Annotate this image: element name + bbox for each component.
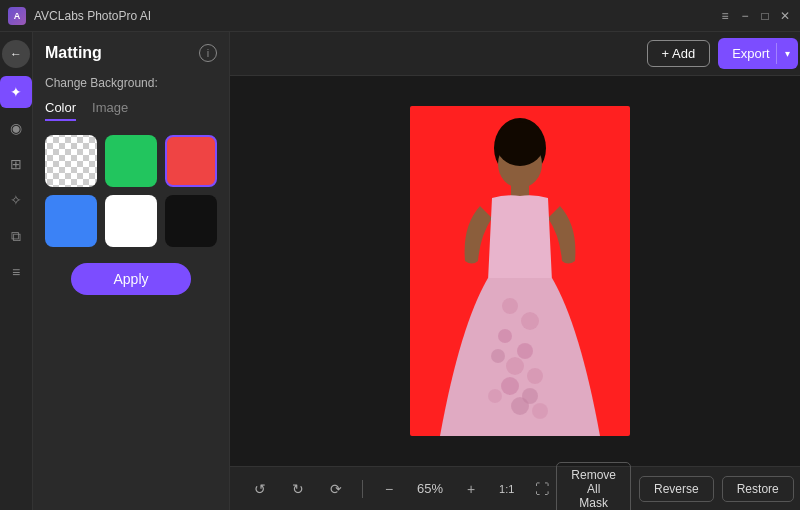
titlebar-title: AVCLabs PhotoPro AI: [34, 9, 151, 23]
tab-color[interactable]: Color: [45, 100, 76, 121]
color-swatch-blue[interactable]: [45, 195, 97, 247]
titlebar: A AVCLabs PhotoPro AI ≡ − □ ✕: [0, 0, 800, 32]
sidebar-item-layers[interactable]: ⧉: [0, 220, 32, 252]
sidebar-item-ai-tools[interactable]: ✦: [0, 76, 32, 108]
svg-point-2: [496, 122, 544, 166]
sidebar-item-wand[interactable]: ✧: [0, 184, 32, 216]
svg-point-16: [532, 403, 548, 419]
color-swatch-black[interactable]: [165, 195, 217, 247]
svg-point-6: [521, 312, 539, 330]
undo-button[interactable]: ↺: [246, 475, 274, 503]
color-swatch-white[interactable]: [105, 195, 157, 247]
svg-point-7: [498, 329, 512, 343]
export-dropdown-arrow[interactable]: ▾: [776, 43, 798, 64]
zoom-out-button[interactable]: −: [375, 475, 403, 503]
icon-sidebar: ← ✦ ◉ ⊞ ✧ ⧉ ≡: [0, 32, 33, 510]
sidebar-item-sliders[interactable]: ≡: [0, 256, 32, 288]
side-panel: Matting i Change Background: Color Image…: [33, 32, 230, 510]
top-header: + Add Export ▾: [230, 32, 800, 76]
minimize-btn[interactable]: −: [738, 9, 752, 23]
zoom-in-button[interactable]: +: [457, 475, 485, 503]
export-button[interactable]: Export ▾: [718, 38, 798, 69]
svg-point-5: [502, 298, 518, 314]
panel-title: Matting: [45, 44, 102, 62]
canvas-content[interactable]: [230, 76, 800, 466]
color-swatch-green[interactable]: [105, 135, 157, 187]
divider: [362, 480, 363, 498]
close-btn[interactable]: ✕: [778, 9, 792, 23]
fit-screen-button[interactable]: ⛶: [528, 475, 556, 503]
ratio-button[interactable]: 1:1: [495, 475, 518, 503]
svg-point-15: [511, 397, 529, 415]
color-grid: [45, 135, 217, 247]
change-bg-label: Change Background:: [45, 76, 217, 90]
main-layout: ← ✦ ◉ ⊞ ✧ ⧉ ≡ Matting i Change Backgroun…: [0, 32, 800, 510]
tabs: Color Image: [45, 100, 217, 121]
bottom-left-tools: ↺ ↻ ⟳ − 65% + 1:1 ⛶: [246, 475, 556, 503]
redo2-button[interactable]: ⟳: [322, 475, 350, 503]
back-button[interactable]: ←: [2, 40, 30, 68]
remove-all-mask-button[interactable]: Remove All Mask: [556, 462, 631, 511]
color-swatch-red[interactable]: [165, 135, 217, 187]
menu-icon[interactable]: ≡: [718, 9, 732, 23]
tab-image[interactable]: Image: [92, 100, 128, 121]
maximize-btn[interactable]: □: [758, 9, 772, 23]
bottom-right-tools: Remove All Mask Reverse Restore: [556, 462, 793, 511]
svg-point-9: [506, 357, 524, 375]
titlebar-left: A AVCLabs PhotoPro AI: [8, 7, 151, 25]
svg-point-12: [501, 377, 519, 395]
svg-point-10: [491, 349, 505, 363]
bottom-toolbar: ↺ ↻ ⟳ − 65% + 1:1 ⛶ Remove All Mask Reve…: [230, 466, 800, 510]
zoom-level: 65%: [413, 481, 447, 496]
info-icon[interactable]: i: [199, 44, 217, 62]
panel-header: Matting i: [45, 44, 217, 62]
reverse-button[interactable]: Reverse: [639, 476, 714, 502]
app-icon: A: [8, 7, 26, 25]
redo-button[interactable]: ↻: [284, 475, 312, 503]
export-label: Export: [732, 46, 770, 61]
color-swatch-transparent[interactable]: [45, 135, 97, 187]
restore-button[interactable]: Restore: [722, 476, 794, 502]
sidebar-item-face[interactable]: ◉: [0, 112, 32, 144]
canvas-area: + Add Export ▾: [230, 32, 800, 510]
apply-button[interactable]: Apply: [71, 263, 191, 295]
add-button[interactable]: + Add: [647, 40, 711, 67]
svg-point-11: [527, 368, 543, 384]
titlebar-controls[interactable]: ≡ − □ ✕: [718, 9, 792, 23]
svg-point-8: [517, 343, 533, 359]
person-svg: [410, 106, 630, 436]
preview-image: [410, 106, 630, 436]
svg-point-14: [488, 389, 502, 403]
sidebar-item-grid[interactable]: ⊞: [0, 148, 32, 180]
